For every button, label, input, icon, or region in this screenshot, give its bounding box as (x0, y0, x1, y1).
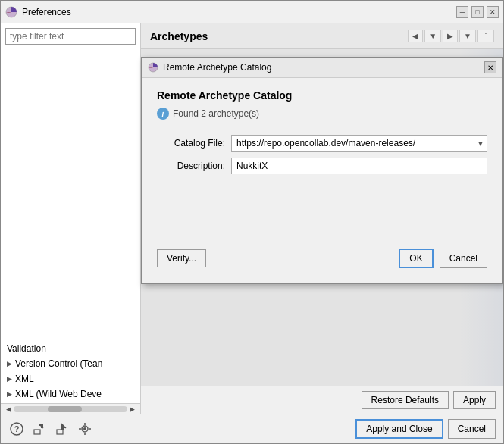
close-button[interactable]: ✕ (487, 6, 499, 18)
tree-expand-icon: ▶ (7, 360, 12, 367)
apply-button[interactable]: Apply (453, 391, 496, 409)
dialog-title-text: Remote Archetype Catalog (163, 62, 271, 73)
tree-item-label: XML (15, 374, 34, 384)
dialog-info: i Found 2 archetype(s) (157, 108, 487, 120)
nav-back-button[interactable]: ◀ (408, 30, 423, 42)
select-arrow-icon: ▼ (477, 139, 484, 148)
scroll-track[interactable] (14, 406, 127, 412)
sidebar-scrollbar: ◀ ▶ (1, 403, 140, 414)
tree-item-label: Version Control (Tean (15, 358, 102, 369)
window-title: Preferences (22, 7, 71, 17)
catalog-label: Catalog File: (157, 138, 225, 149)
catalog-value: https://repo.opencollab.dev/maven-releas… (236, 138, 415, 149)
import-icon-button[interactable] (54, 421, 70, 437)
description-label: Description: (157, 161, 225, 171)
export-icon-button[interactable] (31, 421, 48, 437)
tree-item-version-control[interactable]: ▶ Version Control (Tean (1, 356, 140, 371)
nav-more-button[interactable]: ⋮ (477, 30, 494, 42)
dialog-title-bar: Remote Archetype Catalog ✕ (142, 58, 502, 78)
bottom-bar-main: ? (1, 414, 503, 443)
tree-item-validation[interactable]: Validation (1, 341, 140, 356)
dialog-cancel-button[interactable]: Cancel (440, 249, 487, 268)
restore-defaults-button[interactable]: Restore Defaults (362, 391, 449, 409)
dialog-spacer (157, 180, 487, 241)
verify-button[interactable]: Verify... (157, 249, 206, 267)
sidebar: Validation ▶ Version Control (Tean ▶ XML… (1, 23, 141, 414)
dialog-icon (148, 62, 158, 73)
tree-expand-icon: ▶ (7, 375, 12, 383)
content-area: Validation ▶ Version Control (Tean ▶ XML… (1, 23, 503, 414)
panel-content: Remote Archetype Catalog ✕ Remote Archet… (141, 49, 503, 386)
bottom-icons: ? (8, 421, 93, 437)
minimize-button[interactable]: ─ (456, 6, 468, 18)
app-icon (5, 6, 17, 18)
panel-header: Archetypes ◀ ▼ ▶ ▼ ⋮ (141, 23, 503, 49)
catalog-file-row: Catalog File: https://repo.opencollab.de… (157, 135, 487, 152)
dialog-overlay: Remote Archetype Catalog ✕ Remote Archet… (141, 49, 503, 386)
panel-nav: ◀ ▼ ▶ ▼ ⋮ (408, 30, 494, 42)
sidebar-tree (1, 49, 140, 339)
right-panel: Archetypes ◀ ▼ ▶ ▼ ⋮ (141, 23, 503, 414)
panel-title: Archetypes (150, 30, 208, 42)
sidebar-bottom-items: Validation ▶ Version Control (Tean ▶ XML… (1, 339, 140, 403)
nav-dropdown2-button[interactable]: ▼ (459, 30, 476, 42)
help-icon-button[interactable]: ? (8, 421, 25, 437)
bottom-bar-actions: Restore Defaults Apply (141, 386, 503, 414)
scroll-thumb (48, 406, 82, 412)
description-input[interactable] (231, 158, 487, 174)
tree-item-xml[interactable]: ▶ XML (1, 371, 140, 386)
catalog-select-wrapper: https://repo.opencollab.dev/maven-releas… (231, 135, 487, 152)
tree-item-label: Validation (7, 343, 46, 354)
apply-and-close-button[interactable]: Apply and Close (355, 419, 443, 439)
dialog-info-text: Found 2 archetype(s) (173, 108, 259, 119)
nav-dropdown-button[interactable]: ▼ (424, 30, 441, 42)
svg-point-11 (83, 427, 86, 430)
nav-forward-button[interactable]: ▶ (443, 30, 458, 42)
dialog-body: Remote Archetype Catalog i Found 2 arche… (142, 78, 502, 283)
info-icon: i (157, 108, 169, 120)
description-input-wrapper (231, 158, 487, 174)
description-row: Description: (157, 158, 487, 174)
filter-input[interactable] (5, 28, 136, 45)
maximize-button[interactable]: □ (471, 6, 484, 18)
main-cancel-button[interactable]: Cancel (448, 419, 496, 439)
ok-button[interactable]: OK (399, 249, 433, 268)
settings-icon-button[interactable] (77, 421, 93, 437)
dialog-buttons: Verify... OK Cancel (157, 241, 487, 272)
tree-item-label: XML (Wild Web Deve (15, 389, 102, 399)
main-window: Preferences ─ □ ✕ Validation ▶ Version C… (0, 0, 504, 444)
svg-text:?: ? (14, 424, 20, 433)
dialog-heading: Remote Archetype Catalog (157, 89, 487, 102)
dialog: Remote Archetype Catalog ✕ Remote Archet… (141, 57, 503, 284)
title-bar: Preferences ─ □ ✕ (1, 1, 503, 23)
scroll-right-btn[interactable]: ▶ (127, 405, 137, 413)
dialog-close-button[interactable]: ✕ (484, 61, 496, 73)
svg-rect-4 (34, 430, 40, 434)
tree-expand-icon: ▶ (7, 390, 12, 398)
scroll-left-btn[interactable]: ◀ (4, 405, 14, 413)
tree-item-xml-wild[interactable]: ▶ XML (Wild Web Deve (1, 386, 140, 402)
catalog-select[interactable]: https://repo.opencollab.dev/maven-releas… (231, 135, 487, 152)
bottom-buttons: Apply and Close Cancel (355, 419, 496, 439)
